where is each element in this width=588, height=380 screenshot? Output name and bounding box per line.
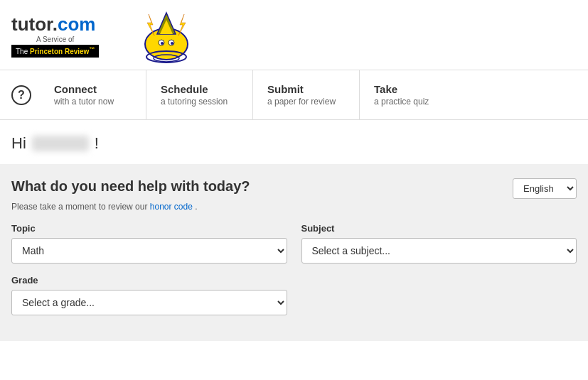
- help-header: What do you need help with today? Englis…: [11, 178, 577, 199]
- nav-connect-title: Connect: [54, 83, 132, 95]
- topic-subject-row: Topic Math English Science Social Studie…: [11, 223, 577, 264]
- topic-group: Topic Math English Science Social Studie…: [11, 223, 287, 264]
- nav-take-title: Take: [374, 83, 452, 95]
- subject-group: Subject Select a subject...: [301, 223, 577, 264]
- topic-label: Topic: [11, 223, 287, 234]
- logo-service-of: A Service of: [11, 36, 99, 43]
- help-form-section: What do you need help with today? Englis…: [0, 164, 588, 341]
- logo-com-part: com: [58, 13, 95, 35]
- logo-text: tutor.com: [11, 13, 99, 36]
- tornado-mascot: [134, 7, 198, 64]
- subject-label: Subject: [301, 223, 577, 234]
- greeting-section: Hi !: [0, 120, 588, 164]
- honor-suffix: .: [195, 202, 197, 212]
- greeting-text: Hi !: [11, 134, 577, 153]
- honor-code-link[interactable]: honor code: [150, 202, 193, 212]
- greeting-prefix: Hi: [11, 134, 26, 153]
- nav-submit[interactable]: Submit a paper for review: [253, 70, 360, 119]
- honor-prefix: Please take a moment to review our: [11, 202, 147, 212]
- grade-row: Grade Select a grade... Kindergarten 1st…: [11, 275, 577, 315]
- nav-take[interactable]: Take a practice quiz: [360, 70, 466, 119]
- logo: tutor.com A Service of The Princeton Rev…: [11, 13, 99, 57]
- grade-group: Grade Select a grade... Kindergarten 1st…: [11, 275, 287, 315]
- honor-code-text: Please take a moment to review our honor…: [11, 202, 577, 212]
- greeting-suffix: !: [95, 134, 99, 153]
- help-icon[interactable]: ?: [11, 85, 31, 105]
- nav-schedule[interactable]: Schedule a tutoring session: [146, 70, 253, 119]
- logo-dot: .: [53, 13, 58, 35]
- language-selector-wrap: English Spanish French: [513, 178, 577, 199]
- logo-princeton: The Princeton Review™: [11, 45, 99, 57]
- nav-schedule-title: Schedule: [161, 83, 238, 95]
- topic-select[interactable]: Math English Science Social Studies Read…: [11, 238, 287, 264]
- header: tutor.com A Service of The Princeton Rev…: [0, 0, 588, 70]
- logo-tutor-part: tutor: [11, 13, 53, 35]
- nav-submit-title: Submit: [267, 83, 345, 95]
- grade-label: Grade: [11, 275, 287, 286]
- nav-submit-subtitle: a paper for review: [267, 97, 345, 107]
- nav-connect[interactable]: Connect with a tutor now: [40, 70, 146, 119]
- nav-bar: ? Connect with a tutor now Schedule a tu…: [0, 70, 588, 120]
- svg-point-8: [171, 42, 173, 45]
- help-title: What do you need help with today?: [11, 178, 250, 195]
- greeting-name-blurred: [32, 136, 89, 151]
- language-select[interactable]: English Spanish French: [513, 178, 577, 199]
- nav-take-subtitle: a practice quiz: [374, 97, 452, 107]
- grade-select[interactable]: Select a grade... Kindergarten 1st Grade…: [11, 290, 287, 315]
- nav-connect-subtitle: with a tutor now: [54, 97, 132, 107]
- svg-point-7: [161, 42, 164, 45]
- subject-select[interactable]: Select a subject...: [301, 238, 577, 264]
- nav-schedule-subtitle: a tutoring session: [161, 97, 238, 107]
